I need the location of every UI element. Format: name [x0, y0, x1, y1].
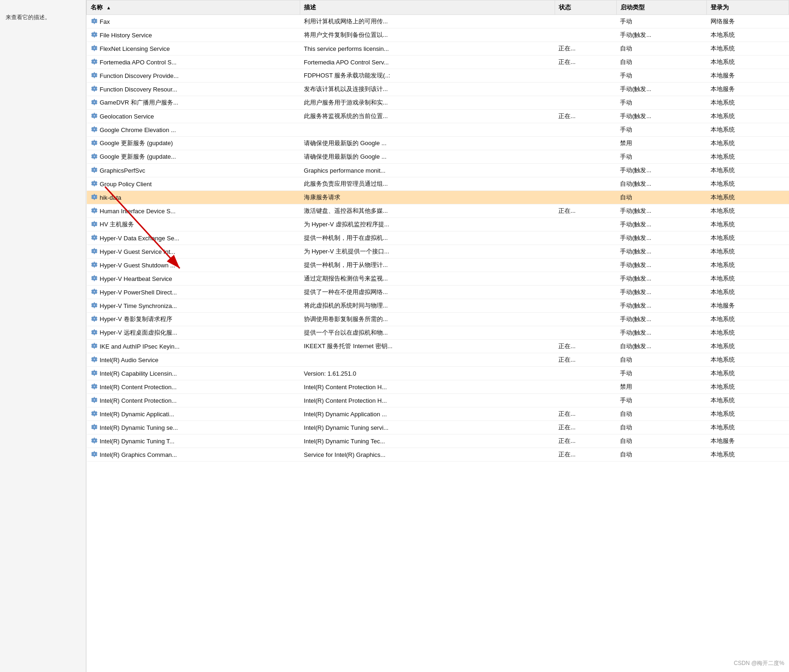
service-login-cell: 本地系统 [707, 137, 789, 150]
service-name-text: Function Discovery Resour... [100, 86, 177, 93]
service-gear-icon [91, 369, 98, 377]
table-row[interactable]: Hyper-V 卷影复制请求程序协调使用卷影复制服务所需的...手动(触发...… [87, 313, 789, 326]
service-desc-cell: IKEEXT 服务托管 Internet 密钥... [300, 340, 555, 353]
table-row[interactable]: Geolocation Service此服务将监视系统的当前位置...正在...… [87, 110, 789, 123]
service-startup-cell: 手动(触发... [616, 326, 706, 340]
service-login-cell: 本地系统 [707, 28, 789, 42]
svg-point-11 [93, 74, 95, 76]
service-startup-cell: 自动 [616, 42, 706, 56]
col-header-name[interactable]: 名称 ▲ [87, 0, 300, 15]
table-row[interactable]: Fax利用计算机或网络上的可用传...手动网络服务 [87, 15, 789, 28]
table-row[interactable]: HV 主机服务为 Hyper-V 虚拟机监控程序提...手动(触发...本地系统 [87, 218, 789, 231]
services-table-container[interactable]: 名称 ▲ 描述 状态 启动类型 登录为 [86, 0, 789, 672]
table-row[interactable]: Function Discovery Resour...发布该计算机以及连接到该… [87, 83, 789, 96]
service-name-cell: Intel(R) Dynamic Applicati... [87, 407, 300, 421]
table-row[interactable]: Intel(R) Content Protection...Intel(R) C… [87, 394, 789, 407]
service-status-cell [555, 164, 616, 177]
service-status-cell: 正在... [555, 353, 616, 367]
service-startup-cell: 手动(触发... [616, 164, 706, 177]
service-name-cell: Geolocation Service [87, 110, 300, 123]
service-name-text: Hyper-V Guest Shutdown ... [100, 262, 176, 269]
service-desc-cell: Intel(R) Dynamic Application ... [300, 407, 555, 421]
service-startup-cell: 手动 [616, 367, 706, 380]
svg-point-41 [93, 277, 95, 279]
table-row[interactable]: Hyper-V Time Synchroniza...将此虚拟机的系统时间与物理… [87, 299, 789, 313]
service-name-text: Intel(R) Capability Licensin... [100, 370, 177, 377]
table-row[interactable]: Hyper-V Heartbeat Service通过定期报告检测信号来监视..… [87, 272, 789, 286]
svg-point-7 [93, 47, 95, 49]
col-header-login[interactable]: 登录为 [707, 0, 789, 15]
service-status-cell [555, 231, 616, 245]
service-startup-cell: 自动(触发... [616, 177, 706, 191]
service-gear-icon [91, 166, 98, 174]
table-row[interactable]: Google 更新服务 (gupdate...请确保使用最新版的 Google … [87, 150, 789, 164]
svg-point-25 [93, 169, 95, 171]
service-name-text: IKE and AuthIP IPsec Keyin... [100, 343, 180, 350]
service-startup-cell: 手动(触发... [616, 83, 706, 96]
table-row[interactable]: Hyper-V Guest Service Int...为 Hyper-V 主机… [87, 245, 789, 259]
table-row[interactable]: Intel(R) Capability Licensin...Version: … [87, 367, 789, 380]
table-row[interactable]: Google 更新服务 (gupdate)请确保使用最新版的 Google ..… [87, 137, 789, 150]
service-gear-icon [91, 44, 98, 52]
service-status-cell: 正在... [555, 110, 616, 123]
table-row[interactable]: GameDVR 和广播用户服务...此用户服务用于游戏录制和实...手动本地系统 [87, 96, 789, 110]
col-header-status[interactable]: 状态 [555, 0, 616, 15]
service-startup-cell: 手动 [616, 150, 706, 164]
table-row[interactable]: Fortemedia APO Control S...Fortemedia AP… [87, 56, 789, 69]
table-row[interactable]: Intel(R) Dynamic Applicati...Intel(R) Dy… [87, 407, 789, 421]
service-login-cell: 本地系统 [707, 394, 789, 407]
service-status-cell [555, 245, 616, 259]
service-name-cell: File History Service [87, 28, 300, 42]
service-name-text: Intel(R) Content Protection... [100, 384, 177, 391]
services-table: 名称 ▲ 描述 状态 启动类型 登录为 [86, 0, 789, 462]
service-status-cell: 正在... [555, 56, 616, 69]
table-row[interactable]: Human Interface Device S...激活键盘、遥控器和其他多媒… [87, 204, 789, 218]
svg-point-9 [93, 61, 95, 63]
service-gear-icon [91, 71, 98, 79]
svg-point-21 [93, 142, 95, 144]
svg-point-15 [93, 101, 95, 103]
service-gear-icon [91, 247, 98, 255]
service-gear-icon [91, 342, 98, 350]
service-status-cell [555, 367, 616, 380]
service-desc-cell: 将用户文件复制到备份位置以... [300, 28, 555, 42]
table-row[interactable]: Intel(R) Content Protection...Intel(R) C… [87, 380, 789, 394]
table-row[interactable]: Intel(R) Audio Service正在...自动本地系统 [87, 353, 789, 367]
service-login-cell: 本地系统 [707, 123, 789, 137]
service-startup-cell: 禁用 [616, 137, 706, 150]
col-header-desc[interactable]: 描述 [300, 0, 555, 15]
service-gear-icon [91, 98, 98, 106]
svg-point-61 [93, 413, 95, 414]
svg-point-43 [93, 291, 95, 293]
table-row[interactable]: Intel(R) Dynamic Tuning se...Intel(R) Dy… [87, 421, 789, 434]
table-row[interactable]: FlexNet Licensing ServiceThis service pe… [87, 42, 789, 56]
svg-point-13 [93, 88, 95, 90]
table-row[interactable]: Hyper-V 远程桌面虚拟化服...提供一个平台以在虚拟机和物...手动(触发… [87, 326, 789, 340]
service-gear-icon [91, 193, 98, 201]
table-row[interactable]: Hyper-V Guest Shutdown ...提供一种机制，用于从物理计.… [87, 259, 789, 272]
service-login-cell: 本地系统 [707, 164, 789, 177]
table-row[interactable]: Function Discovery Provide...FDPHOST 服务承… [87, 69, 789, 83]
service-desc-cell: 此服务负责应用管理员通过组... [300, 177, 555, 191]
service-desc-cell: 此用户服务用于游戏录制和实... [300, 96, 555, 110]
table-row[interactable]: Hyper-V PowerShell Direct...提供了一种在不使用虚拟网… [87, 286, 789, 299]
service-startup-cell: 手动(触发... [616, 110, 706, 123]
service-gear-icon [91, 315, 98, 322]
service-name-text: GraphicsPerfSvc [100, 167, 146, 174]
table-row[interactable]: Group Policy Client此服务负责应用管理员通过组...自动(触发… [87, 177, 789, 191]
table-row[interactable]: GraphicsPerfSvcGraphics performance moni… [87, 164, 789, 177]
service-login-cell: 本地服务 [707, 83, 789, 96]
svg-point-45 [93, 304, 95, 306]
service-status-cell [555, 313, 616, 326]
service-gear-icon [91, 396, 98, 404]
table-row[interactable]: IKE and AuthIP IPsec Keyin...IKEEXT 服务托管… [87, 340, 789, 353]
table-row[interactable]: Intel(R) Graphics Comman...Service for I… [87, 448, 789, 462]
table-row[interactable]: Hyper-V Data Exchange Se...提供一种机制，用于在虚拟机… [87, 231, 789, 245]
table-row[interactable]: hik-data海康服务请求自动本地系统 [87, 191, 789, 204]
table-row[interactable]: Intel(R) Dynamic Tuning T...Intel(R) Dyn… [87, 434, 789, 448]
table-row[interactable]: File History Service将用户文件复制到备份位置以...手动(触… [87, 28, 789, 42]
service-status-cell [555, 259, 616, 272]
table-row[interactable]: Google Chrome Elevation ...手动本地系统 [87, 123, 789, 137]
col-header-startup[interactable]: 启动类型 [616, 0, 706, 15]
service-login-cell: 本地系统 [707, 56, 789, 69]
